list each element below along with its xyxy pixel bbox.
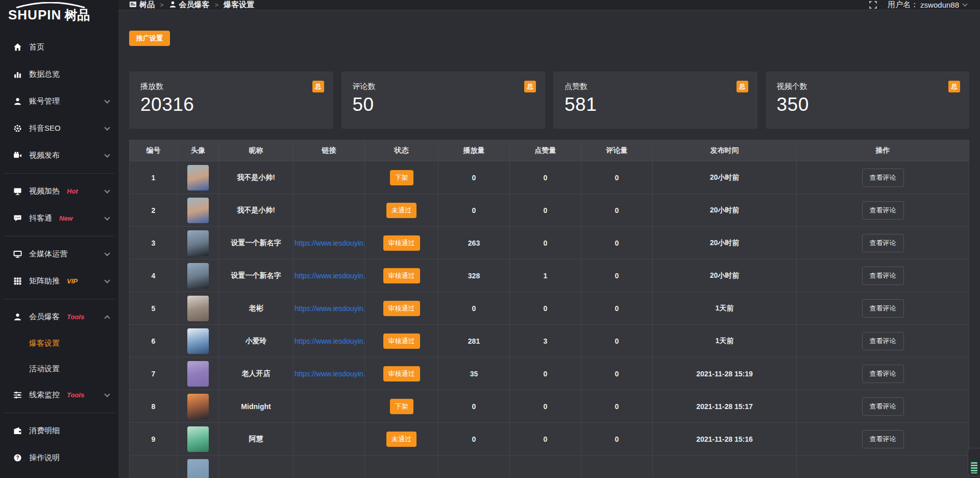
avatar-man-photo: [187, 296, 209, 321]
cell-action: 查看评论: [797, 194, 969, 227]
chat-icon: [13, 214, 22, 223]
sidebar-item-label: 视频发布: [29, 151, 60, 160]
promo-settings-button[interactable]: 推广设置: [129, 31, 170, 46]
sidebar-item-consume-detail[interactable]: 消费明细: [0, 417, 118, 444]
fullscreen-icon[interactable]: [869, 1, 877, 9]
cell-status: 审核通过: [365, 259, 438, 292]
video-link[interactable]: https://www.iesdouyin.c: [293, 239, 364, 247]
sidebar-item-media-operation[interactable]: 全媒体运营: [0, 241, 118, 268]
cell-plays: 0: [438, 423, 510, 456]
table-row: 3设置一个新名字https://www.iesdouyin.c审核通过26300…: [130, 227, 969, 259]
sidebar-item-video-publish[interactable]: 视频发布: [0, 142, 118, 169]
user-icon: [13, 313, 22, 321]
sidebar-item-clue-monitor[interactable]: 线索监控Tools: [0, 381, 118, 409]
sidebar-item-home[interactable]: 首页: [0, 34, 118, 61]
video-link[interactable]: https://www.iesdouyin.c: [293, 337, 364, 345]
cell-comments: 0: [581, 227, 653, 259]
cell-publish-time: 20小时前: [653, 259, 797, 292]
cell-nickname: 设置一个新名字: [219, 259, 293, 292]
sidebar-item-label: 抖音SEO: [29, 124, 61, 133]
breadcrumb-item-member-baoke[interactable]: 会员爆客: [169, 0, 210, 10]
cell-plays: 0: [438, 194, 510, 227]
stat-card-value: 50: [353, 94, 534, 115]
stat-card-value: 350: [777, 94, 959, 115]
video-link[interactable]: https://www.iesdouyin.c: [293, 304, 364, 313]
sidebar-item-account-manage[interactable]: 账号管理: [0, 88, 118, 115]
sidebar-item-label: 操作说明: [29, 453, 60, 463]
stat-card-label: 播放数: [140, 82, 322, 91]
view-comments-button[interactable]: 查看评论: [862, 299, 904, 318]
sidebar-item-video-heat[interactable]: 视频加热Hot: [0, 178, 118, 205]
cell-link: https://www.iesdouyin.c: [293, 259, 365, 292]
sidebar-item-matrix-boost[interactable]: 矩阵助推VIP: [0, 268, 118, 295]
chevron-down-icon: [104, 391, 110, 397]
view-comments-button[interactable]: 查看评论: [862, 267, 904, 285]
chart-icon: [13, 70, 22, 79]
sliders-icon: [13, 391, 22, 399]
cell-comments: 0: [581, 292, 653, 325]
cell-status: 审核通过: [365, 292, 438, 325]
cell-number: 2: [130, 194, 178, 227]
cell-nickname: Midnight: [219, 390, 293, 423]
column-header: 点赞量: [510, 140, 581, 161]
sidebar-item-douketong[interactable]: 抖客通New: [0, 205, 118, 232]
column-header: 播放量: [438, 140, 510, 161]
chat-widget[interactable]: [968, 448, 980, 476]
video-link[interactable]: https://www.iesdouyin.c: [293, 370, 364, 378]
cell-publish-time: [653, 456, 797, 478]
cell-number: 3: [130, 227, 178, 259]
view-comments-button[interactable]: 查看评论: [862, 169, 904, 187]
view-comments-button[interactable]: 查看评论: [862, 332, 904, 350]
video-link[interactable]: https://www.iesdouyin.c: [293, 272, 364, 280]
sidebar-item-data-overview[interactable]: 数据总览: [0, 61, 118, 88]
cell-number: [130, 456, 178, 478]
page-content: 推广设置 播放数20316总评论数50总点赞数581总视频个数350总 编号头像…: [118, 10, 980, 478]
table-row: 9阿慧未通过0002021-11-28 15:16查看评论: [130, 423, 969, 456]
sidebar-item-operation-guide[interactable]: ?操作说明: [0, 444, 118, 471]
chevron-down-icon: [104, 250, 110, 256]
cell-publish-time: 1天前: [653, 325, 797, 357]
avatar-girl-photo: [187, 328, 209, 354]
cell-number: 9: [130, 423, 178, 456]
total-badge: 总: [524, 81, 536, 92]
user-menu[interactable]: 用户名：zswodun88: [888, 0, 967, 10]
cell-number: 7: [130, 357, 178, 390]
cell-likes: 3: [510, 325, 581, 357]
sidebar-item-label: 抖客通: [29, 213, 52, 223]
dashboard-icon: [129, 1, 137, 10]
breadcrumb-label: 会员爆客: [179, 0, 210, 10]
sidebar-divider: [4, 299, 114, 299]
table-row: 4设置一个新名字https://www.iesdouyin.c审核通过32810…: [130, 259, 969, 292]
cell-action: 查看评论: [797, 161, 969, 194]
cell-comments: 0: [581, 423, 653, 456]
cell-avatar: [178, 325, 219, 357]
cell-avatar: [178, 292, 219, 325]
brand-logo[interactable]: SHUPIN 树品: [0, 0, 118, 27]
sidebar-menu: 首页数据总览账号管理抖音SEO视频发布视频加热Hot抖客通New全媒体运营矩阵助…: [0, 34, 118, 471]
sidebar-subitem-activity-settings[interactable]: 活动设置: [0, 356, 118, 381]
chevron-down-icon: [104, 214, 110, 220]
cell-link: [293, 194, 365, 227]
table-row: 5老彬https://www.iesdouyin.c审核通过0001天前查看评论: [130, 292, 969, 325]
cell-avatar: [178, 227, 219, 259]
sidebar-badge-tools: Tools: [67, 391, 84, 399]
breadcrumb-item-shupin[interactable]: 树品: [129, 0, 155, 10]
sidebar-item-member-baoke[interactable]: 会员爆客Tools: [0, 303, 118, 330]
view-comments-button[interactable]: 查看评论: [862, 234, 904, 252]
view-comments-button[interactable]: 查看评论: [862, 365, 904, 383]
view-comments-button[interactable]: 查看评论: [862, 397, 904, 416]
sidebar-item-label: 线索监控: [29, 390, 60, 400]
cell-number: 8: [130, 390, 178, 423]
cell-avatar: [178, 357, 219, 390]
cell-plays: 328: [438, 259, 510, 292]
chevron-up-icon: [104, 315, 110, 321]
stat-card-label: 点赞数: [565, 82, 746, 91]
username-label: 用户名：: [888, 0, 918, 10]
sidebar-subitem-baoke-settings[interactable]: 爆客设置: [0, 330, 118, 356]
view-comments-button[interactable]: 查看评论: [862, 201, 904, 220]
cell-plays: 0: [438, 390, 510, 423]
sidebar-item-douyin-seo[interactable]: 抖音SEO: [0, 115, 118, 142]
total-badge: 总: [312, 81, 324, 92]
sidebar-item-label: 视频加热: [29, 186, 60, 196]
view-comments-button[interactable]: 查看评论: [862, 430, 904, 448]
